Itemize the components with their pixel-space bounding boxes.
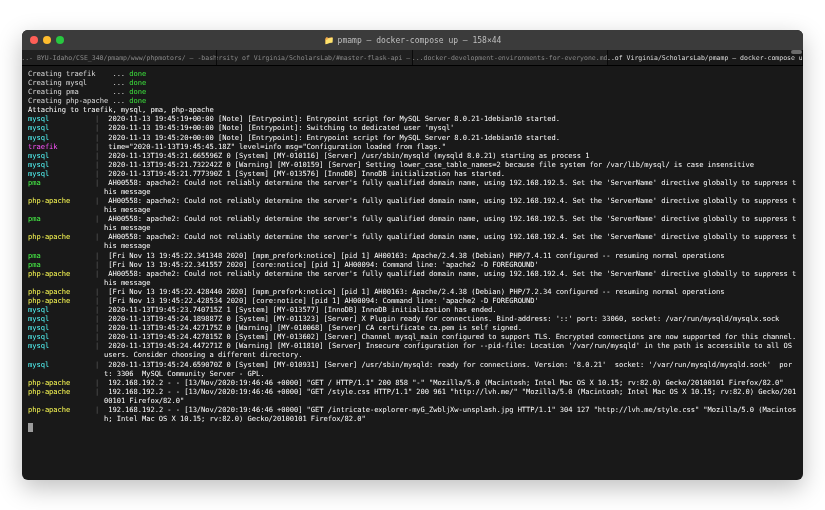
log-line: mysql| 2020-11-13T19:45:24.659070Z 0 [Sy… xyxy=(28,360,797,378)
log-line: mysql| 2020-11-13T19:45:21.665596Z 0 [Sy… xyxy=(28,151,797,160)
log-message: AH00558: apache2: Could not reliably det… xyxy=(104,196,797,214)
tab[interactable]: ...of Virginia/ScholarsLab/pmamp — docke… xyxy=(608,50,803,65)
log-message: 2020-11-13T19:45:24.427175Z 0 [Warning] … xyxy=(104,323,797,332)
log-line: mysql| 2020-11-13 19:45:20+00:00 [Note] … xyxy=(28,133,797,142)
log-source: mysql xyxy=(28,323,90,332)
log-message: 2020-11-13T19:45:21.777390Z 1 [System] [… xyxy=(104,169,797,178)
separator: | xyxy=(90,251,104,260)
folder-icon: 📁 xyxy=(324,36,334,45)
separator: | xyxy=(90,405,104,423)
log-source: mysql xyxy=(28,160,90,169)
log-line: php-apache| 192.168.192.2 - - [13/Nov/20… xyxy=(28,405,797,423)
log-source: mysql xyxy=(28,360,90,378)
log-message: 192.168.192.2 - - [13/Nov/2020:19:46:46 … xyxy=(104,405,797,423)
log-line: Creating traefik ... done xyxy=(28,69,797,78)
log-message: 2020-11-13 19:45:20+00:00 [Note] [Entryp… xyxy=(104,133,797,142)
cursor-line xyxy=(28,423,797,433)
log-source: php-apache xyxy=(28,378,90,387)
log-message: [Fri Nov 13 19:45:22.341348 2020] [mpm_p… xyxy=(104,251,797,260)
log-message: 2020-11-13T19:45:21.665596Z 0 [System] [… xyxy=(104,151,797,160)
separator: | xyxy=(90,178,104,196)
log-message: AH00558: apache2: Could not reliably det… xyxy=(104,178,797,196)
log-message: AH00558: apache2: Could not reliably det… xyxy=(104,232,797,250)
log-message: [Fri Nov 13 19:45:22.341557 2020] [core:… xyxy=(104,260,797,269)
separator: | xyxy=(90,142,104,151)
log-message: 192.168.192.2 - - [13/Nov/2020:19:46:46 … xyxy=(104,387,797,405)
separator: | xyxy=(90,305,104,314)
separator: | xyxy=(90,323,104,332)
log-line: mysql| 2020-11-13 19:45:19+00:00 [Note] … xyxy=(28,123,797,132)
log-message: 2020-11-13T19:45:21.732242Z 0 [Warning] … xyxy=(104,160,797,169)
log-source: traefik xyxy=(28,142,90,151)
log-source: mysql xyxy=(28,133,90,142)
log-source: php-apache xyxy=(28,387,90,405)
log-source: php-apache xyxy=(28,296,90,305)
terminal-output[interactable]: Creating traefik ... doneCreating mysql … xyxy=(22,66,803,480)
log-message: [Fri Nov 13 19:45:22.428440 2020] [mpm_p… xyxy=(104,287,797,296)
separator: | xyxy=(90,314,104,323)
log-message: 2020-11-13T19:45:24.189887Z 0 [System] [… xyxy=(104,314,797,323)
log-source: mysql xyxy=(28,151,90,160)
separator: | xyxy=(90,360,104,378)
log-message: 2020-11-13T19:45:24.447271Z 0 [Warning] … xyxy=(104,341,797,359)
log-label: Creating mysql ... xyxy=(28,78,129,87)
separator: | xyxy=(90,387,104,405)
separator: | xyxy=(90,341,104,359)
log-line: mysql| 2020-11-13T19:45:24.189887Z 0 [Sy… xyxy=(28,314,797,323)
log-message: AH00558: apache2: Could not reliably det… xyxy=(104,269,797,287)
tab[interactable]: ..- BYU-Idaho/CSE_340/pmamp/www/phpmotor… xyxy=(22,50,217,65)
log-line: php-apache| [Fri Nov 13 19:45:22.428440 … xyxy=(28,287,797,296)
log-source: pma xyxy=(28,251,90,260)
separator: | xyxy=(90,151,104,160)
minimize-icon[interactable] xyxy=(43,36,51,44)
tab[interactable]: ...docker-development-environments-for-e… xyxy=(413,50,608,65)
status-done: done xyxy=(129,69,146,78)
log-line: mysql| 2020-11-13 19:45:19+00:00 [Note] … xyxy=(28,114,797,123)
log-message: AH00558: apache2: Could not reliably det… xyxy=(104,214,797,232)
log-line: php-apache| [Fri Nov 13 19:45:22.428534 … xyxy=(28,296,797,305)
log-source: mysql xyxy=(28,305,90,314)
scrollbar-thumb[interactable] xyxy=(791,50,802,54)
log-label: Creating php-apache ... xyxy=(28,96,129,105)
log-line: Attaching to traefik, mysql, pma, php-ap… xyxy=(28,105,797,114)
log-message: time="2020-11-13T19:45:45.18Z" level=inf… xyxy=(104,142,797,151)
log-source: mysql xyxy=(28,341,90,359)
log-line: Creating php-apache ... done xyxy=(28,96,797,105)
log-line: mysql| 2020-11-13T19:45:24.427175Z 0 [Wa… xyxy=(28,323,797,332)
separator: | xyxy=(90,123,104,132)
separator: | xyxy=(90,296,104,305)
log-line: php-apache| 192.168.192.2 - - [13/Nov/20… xyxy=(28,378,797,387)
log-line: mysql| 2020-11-13T19:45:24.427815Z 0 [Sy… xyxy=(28,332,797,341)
log-line: php-apache| AH00558: apache2: Could not … xyxy=(28,196,797,214)
log-line: php-apache| AH00558: apache2: Could not … xyxy=(28,269,797,287)
log-source: php-apache xyxy=(28,405,90,423)
titlebar: 📁 pmamp — docker-compose up — 158×44 xyxy=(22,30,803,50)
terminal-window: 📁 pmamp — docker-compose up — 158×44 ..-… xyxy=(22,30,803,480)
tab[interactable]: ...iversity of Virginia/ScholarsLab/#mas… xyxy=(217,50,412,65)
log-source: pma xyxy=(28,260,90,269)
log-label: Creating traefik ... xyxy=(28,69,129,78)
close-icon[interactable] xyxy=(30,36,38,44)
log-line: pma| AH00558: apache2: Could not reliabl… xyxy=(28,178,797,196)
log-line: Creating mysql ... done xyxy=(28,78,797,87)
log-line: php-apache| AH00558: apache2: Could not … xyxy=(28,232,797,250)
log-line: traefik| time="2020-11-13T19:45:45.18Z" … xyxy=(28,142,797,151)
separator: | xyxy=(90,133,104,142)
log-line: mysql| 2020-11-13T19:45:21.732242Z 0 [Wa… xyxy=(28,160,797,169)
separator: | xyxy=(90,214,104,232)
separator: | xyxy=(90,169,104,178)
separator: | xyxy=(90,260,104,269)
log-message: 2020-11-13 19:45:19+00:00 [Note] [Entryp… xyxy=(104,114,797,123)
maximize-icon[interactable] xyxy=(56,36,64,44)
log-line: php-apache| 192.168.192.2 - - [13/Nov/20… xyxy=(28,387,797,405)
log-source: mysql xyxy=(28,114,90,123)
log-message: 2020-11-13T19:45:24.427815Z 0 [System] [… xyxy=(104,332,797,341)
log-source: mysql xyxy=(28,332,90,341)
log-message: 2020-11-13T19:45:23.740715Z 1 [System] [… xyxy=(104,305,797,314)
log-source: mysql xyxy=(28,169,90,178)
log-label: Creating pma ... xyxy=(28,87,129,96)
log-source: pma xyxy=(28,178,90,196)
separator: | xyxy=(90,269,104,287)
separator: | xyxy=(90,114,104,123)
log-line: pma| [Fri Nov 13 19:45:22.341348 2020] [… xyxy=(28,251,797,260)
